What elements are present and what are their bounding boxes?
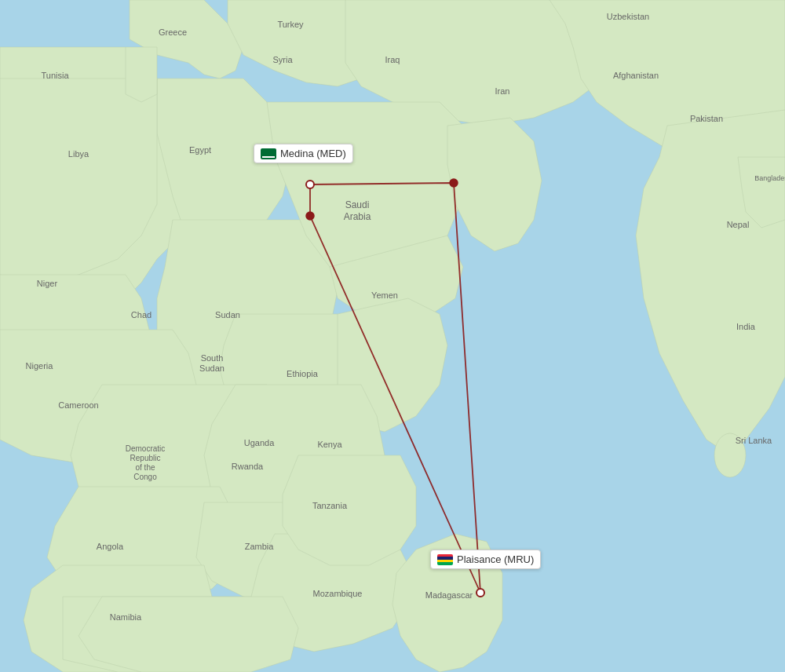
- label-iran: Iran: [495, 86, 510, 96]
- label-yemen: Yemen: [371, 290, 398, 300]
- label-sri-lanka: Sri Lanka: [736, 436, 772, 445]
- label-zambia: Zambia: [245, 542, 275, 551]
- label-rwanda: Rwanda: [232, 462, 264, 471]
- label-ethiopia: Ethiopia: [287, 369, 319, 378]
- label-libya: Libya: [68, 149, 89, 159]
- label-namibia: Namibia: [110, 612, 142, 622]
- label-iraq: Iraq: [385, 55, 400, 64]
- plaisance-label-text: Plaisance (MRU): [457, 553, 534, 565]
- plaisance-dot: [476, 589, 484, 597]
- label-chad: Chad: [131, 310, 152, 320]
- label-drc: Democratic: [126, 444, 166, 453]
- map-svg: Greece Turkey Uzbekistan Tunisia Syria I…: [0, 0, 785, 672]
- label-niger: Niger: [37, 279, 58, 288]
- label-nigeria: Nigeria: [26, 361, 54, 371]
- medina-label-text: Medina (MED): [280, 148, 346, 159]
- label-cameroon: Cameroon: [58, 400, 98, 410]
- label-sudan: Sudan: [215, 310, 240, 320]
- map-container: Greece Turkey Uzbekistan Tunisia Syria I…: [0, 0, 785, 672]
- medina-label: Medina (MED): [254, 144, 353, 163]
- label-tanzania: Tanzania: [312, 501, 348, 510]
- label-drc2: Republic: [130, 454, 161, 462]
- label-madagascar: Madagascar: [425, 590, 473, 600]
- label-kenya: Kenya: [317, 440, 342, 449]
- mauritius-flag-icon: [437, 554, 453, 565]
- saudi-flag-icon: [261, 148, 276, 159]
- label-pakistan: Pakistan: [690, 114, 723, 123]
- label-nepal: Nepal: [727, 220, 750, 229]
- label-saudi-arabia2: Arabia: [344, 211, 371, 222]
- label-bangladesh: Bangladesh: [754, 174, 785, 182]
- label-egypt: Egypt: [189, 145, 211, 155]
- stop1-dot: [306, 212, 314, 220]
- label-tunisia: Tunisia: [41, 71, 69, 80]
- label-india: India: [736, 322, 756, 331]
- label-drc3: of the: [135, 463, 155, 472]
- label-mozambique: Mozambique: [313, 589, 363, 598]
- label-afghanistan: Afghanistan: [613, 71, 659, 80]
- label-angola: Angola: [97, 542, 124, 551]
- label-uzbekistan: Uzbekistan: [607, 12, 649, 21]
- label-south-sudan: South: [201, 353, 224, 363]
- stop2-dot: [450, 179, 458, 187]
- label-syria: Syria: [272, 55, 293, 64]
- medina-dot: [306, 181, 314, 188]
- label-uganda: Uganda: [244, 438, 275, 447]
- label-drc4: Congo: [133, 473, 157, 481]
- label-south-sudan2: Sudan: [199, 363, 225, 373]
- label-turkey: Turkey: [277, 20, 304, 29]
- label-greece: Greece: [159, 27, 187, 37]
- label-saudi-arabia: Saudi: [345, 199, 370, 210]
- plaisance-label: Plaisance (MRU): [430, 550, 541, 569]
